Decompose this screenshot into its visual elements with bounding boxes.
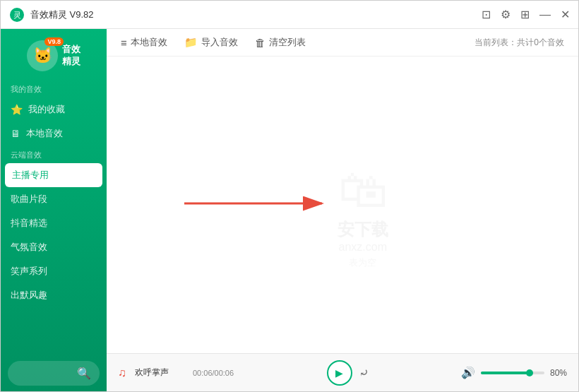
sidebar-item-laughter[interactable]: 笑声系列: [1, 259, 107, 283]
app-window: 灵 音效精灵 V9.82 ⊡ ⚙ ⊞ — ✕ 🐱 V9.8 音: [0, 0, 579, 392]
sidebar-item-label: 我的收藏: [28, 103, 65, 116]
watermark-url: anxz.com: [339, 241, 387, 254]
status-text: 当前列表：共计0个音效: [474, 37, 564, 49]
minimize-icon[interactable]: —: [539, 9, 551, 20]
sidebar-item-local-effects[interactable]: 🖥 本地音效: [1, 121, 107, 145]
close-icon[interactable]: ✕: [561, 9, 570, 20]
volume-area: 🔊 80%: [461, 366, 567, 379]
content-list: 🛍 安下载 anxz.com 表为空: [107, 57, 578, 353]
sidebar-item-label: 本地音效: [26, 127, 63, 140]
sidebar: 🐱 V9.8 音效 精灵 我的音效 ⭐ 我的收藏 🖥 本地音效: [1, 29, 107, 391]
sidebar-item-funny-trends[interactable]: 出默风趣: [1, 283, 107, 307]
sidebar-item-douyin-picks[interactable]: 抖音精选: [1, 211, 107, 235]
sidebar-item-label: 气氛音效: [11, 241, 47, 254]
clear-label: 清空列表: [269, 36, 306, 49]
watermark-empty-label: 表为空: [349, 256, 376, 269]
watermark-site: 安下载: [338, 218, 388, 241]
player-time: 00:06/00:06: [193, 369, 234, 377]
sidebar-item-my-collections[interactable]: ⭐ 我的收藏: [1, 97, 107, 121]
sidebar-item-song-clips[interactable]: 歌曲片段: [1, 187, 107, 211]
sidebar-item-label: 歌曲片段: [11, 193, 47, 206]
track-name: 欢呼掌声: [135, 367, 184, 379]
local-effects-icon: ≡: [121, 37, 127, 49]
volume-fill: [481, 372, 532, 374]
sidebar-item-label: 笑声系列: [11, 265, 47, 278]
search-input[interactable]: [16, 369, 77, 379]
settings-icon[interactable]: ⚙: [501, 9, 511, 20]
play-button[interactable]: ▶: [327, 360, 352, 386]
content-area: ≡ 本地音效 📁 导入音效 🗑 清空列表 当前列表：共计0个音效 🛍: [107, 29, 578, 391]
volume-slider[interactable]: [481, 372, 544, 374]
loop-icon[interactable]: ⤾: [359, 366, 369, 379]
content-toolbar: ≡ 本地音效 📁 导入音效 🗑 清空列表 当前列表：共计0个音效: [107, 29, 578, 57]
volume-thumb: [526, 369, 533, 376]
red-arrow: [177, 191, 333, 219]
sidebar-item-atmosphere[interactable]: 气氛音效: [1, 235, 107, 259]
local-effects-button[interactable]: ≡ 本地音效: [121, 36, 167, 49]
trash-icon: 🗑: [255, 37, 265, 49]
import-icon: 📁: [184, 36, 198, 49]
star-icon: ⭐: [11, 104, 23, 115]
track-icon: ♫: [118, 367, 126, 379]
sidebar-item-label: 出默风趣: [11, 289, 47, 302]
window-controls: ⊡ ⚙ ⊞ — ✕: [482, 9, 570, 20]
restore-icon[interactable]: ⊞: [520, 9, 530, 20]
search-icon[interactable]: 🔍: [77, 367, 91, 380]
volume-icon[interactable]: 🔊: [461, 366, 475, 379]
app-icon: 灵: [9, 7, 25, 23]
local-effects-label: 本地音效: [131, 36, 167, 49]
watermark-overlay: 🛍 安下载 anxz.com 表为空: [338, 162, 388, 269]
sidebar-item-label: 主播专用: [12, 169, 49, 182]
player-controls: ▶ ⤾: [242, 360, 453, 386]
import-label: 导入音效: [201, 36, 238, 49]
import-button[interactable]: 📁 导入音效: [184, 36, 238, 49]
title-bar: 灵 音效精灵 V9.82 ⊡ ⚙ ⊞ — ✕: [1, 1, 578, 29]
volume-percentage: 80%: [550, 368, 567, 378]
logo-text-line1: 音效: [62, 44, 80, 56]
fullscreen-icon[interactable]: ⊡: [482, 9, 491, 20]
monitor-icon: 🖥: [11, 128, 20, 139]
sidebar-logo: 🐱 V9.8 音效 精灵: [1, 29, 107, 80]
watermark-bag-icon: 🛍: [338, 162, 388, 218]
sidebar-item-anchor-exclusive[interactable]: 主播专用: [5, 163, 102, 187]
window-title: 音效精灵 V9.82: [30, 8, 482, 21]
sidebar-search-bar[interactable]: 🔍: [8, 361, 100, 386]
version-badge: V9.8: [44, 37, 64, 46]
logo-text-line2: 精灵: [62, 56, 80, 68]
cloud-section-label: 云端音效: [1, 145, 107, 163]
main-layout: 🐱 V9.8 音效 精灵 我的音效 ⭐ 我的收藏 🖥 本地音效: [1, 29, 578, 391]
my-section-label: 我的音效: [1, 80, 107, 97]
player-bar: ♫ 欢呼掌声 00:06/00:06 ▶ ⤾ 🔊 80%: [107, 353, 578, 391]
sidebar-item-label: 抖音精选: [11, 217, 47, 230]
svg-text:灵: 灵: [13, 11, 21, 19]
clear-button[interactable]: 🗑 清空列表: [255, 36, 306, 49]
